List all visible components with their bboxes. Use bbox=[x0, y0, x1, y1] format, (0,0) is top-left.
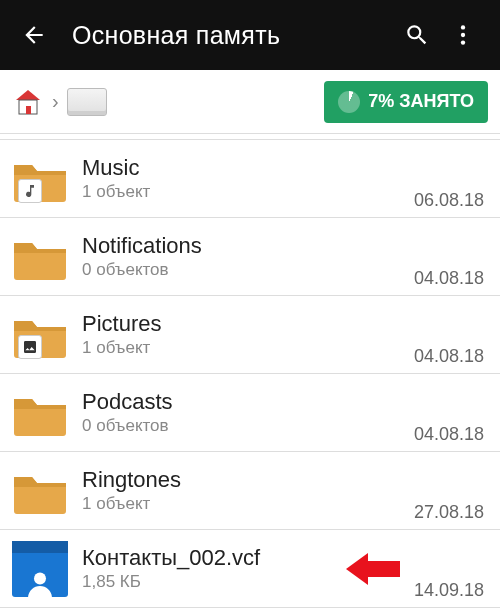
svg-marker-3 bbox=[16, 90, 40, 100]
appbar-title: Основная память bbox=[54, 21, 394, 50]
item-date: 14.09.18 bbox=[414, 580, 484, 607]
svg-point-6 bbox=[34, 572, 46, 584]
svg-point-0 bbox=[461, 25, 465, 29]
item-sub: 0 объектов bbox=[82, 416, 414, 436]
item-date: 04.08.18 bbox=[414, 346, 484, 373]
usage-label: 7% ЗАНЯТО bbox=[368, 91, 474, 112]
contacts-file-icon bbox=[12, 541, 68, 597]
list-item[interactable]: Music 1 объект 06.08.18 bbox=[0, 140, 500, 218]
overflow-menu-button[interactable] bbox=[440, 22, 486, 48]
highlight-arrow-icon bbox=[346, 551, 400, 587]
svg-point-1 bbox=[461, 33, 465, 37]
item-date: 27.08.18 bbox=[414, 502, 484, 529]
search-button[interactable] bbox=[394, 22, 440, 48]
svg-rect-5 bbox=[26, 106, 31, 114]
back-button[interactable] bbox=[14, 22, 54, 48]
item-name: Ringtones bbox=[82, 467, 414, 492]
list-item[interactable]: Podcasts 0 объектов 04.08.18 bbox=[0, 374, 500, 452]
list-item[interactable]: Notifications 0 объектов 04.08.18 bbox=[0, 218, 500, 296]
home-icon[interactable] bbox=[12, 86, 44, 118]
file-list: Music 1 объект 06.08.18 Notifications 0 … bbox=[0, 140, 500, 608]
item-sub: 1 объект bbox=[82, 494, 414, 514]
item-sub: 1 объект bbox=[82, 182, 414, 202]
folder-icon bbox=[12, 151, 68, 207]
folder-icon bbox=[12, 229, 68, 285]
list-item[interactable]: Ringtones 1 объект 27.08.18 bbox=[0, 452, 500, 530]
breadcrumb-separator-icon: › bbox=[52, 90, 59, 113]
folder-icon bbox=[12, 463, 68, 519]
picture-icon bbox=[18, 335, 42, 359]
pie-icon bbox=[338, 91, 360, 113]
drive-icon[interactable] bbox=[67, 88, 107, 116]
item-date: 06.08.18 bbox=[414, 190, 484, 217]
item-name: Music bbox=[82, 155, 414, 180]
item-sub: 1 объект bbox=[82, 338, 414, 358]
item-name: Pictures bbox=[82, 311, 414, 336]
svg-point-2 bbox=[461, 40, 465, 44]
item-sub: 0 объектов bbox=[82, 260, 414, 280]
item-date: 04.08.18 bbox=[414, 268, 484, 295]
breadcrumb-bar: › 7% ЗАНЯТО bbox=[0, 70, 500, 134]
folder-icon bbox=[12, 307, 68, 363]
item-date: 04.08.18 bbox=[414, 424, 484, 451]
list-item[interactable]: Pictures 1 объект 04.08.18 bbox=[0, 296, 500, 374]
storage-usage-badge[interactable]: 7% ЗАНЯТО bbox=[324, 81, 488, 123]
appbar: Основная память bbox=[0, 0, 500, 70]
folder-icon bbox=[12, 385, 68, 441]
svg-marker-7 bbox=[346, 553, 400, 585]
item-name: Podcasts bbox=[82, 389, 414, 414]
music-icon bbox=[18, 179, 42, 203]
list-item[interactable]: Контакты_002.vcf 1,85 КБ 14.09.18 bbox=[0, 530, 500, 608]
item-name: Notifications bbox=[82, 233, 414, 258]
